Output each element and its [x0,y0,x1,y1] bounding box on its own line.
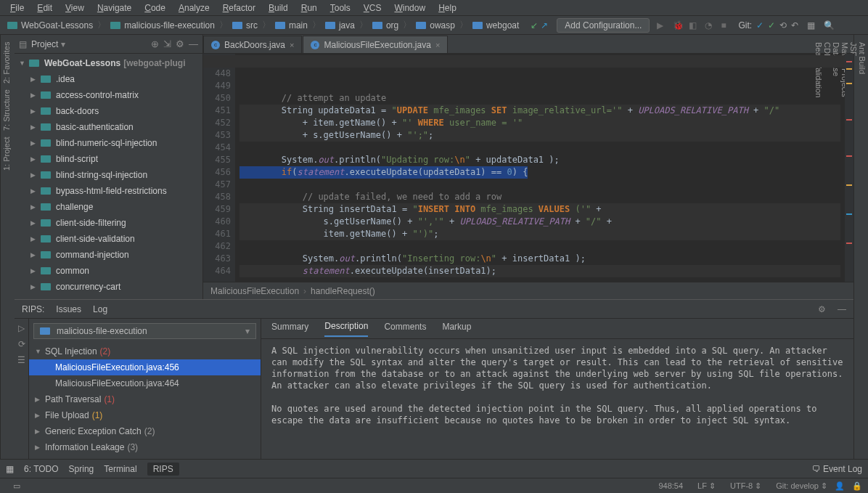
issue-file[interactable]: MaliciousFileExecution.java:464 [29,375,261,391]
rips-description-body: A SQL injection vulnerability occurs whe… [261,339,853,459]
git-commit-icon[interactable]: ✓ [768,20,775,30]
tree-item[interactable]: ▶client-side-validation [15,231,202,247]
status-processes-icon[interactable]: ▭ [13,481,20,491]
tree-item[interactable]: ▶blind-script [15,151,202,167]
event-log-button[interactable]: 🗨 Event Log [812,464,862,474]
menu-file[interactable]: File [4,1,30,15]
desc-tab-markup[interactable]: Markup [442,322,471,336]
git-update-icon[interactable]: ✓ [756,20,763,30]
bottom-tool-spring[interactable]: Spring [69,464,94,474]
debug-icon[interactable]: 🐞 [673,20,683,30]
run-config-selector[interactable]: Add Configuration... [557,18,650,33]
bottom-tool-rips[interactable]: RIPS [147,463,179,476]
tool-window-quick-access-icon[interactable]: ▦ [6,464,14,474]
close-tab-icon[interactable]: × [290,41,294,49]
status-inspection-icon[interactable]: 👤 [835,481,845,491]
editor-tab[interactable]: cBackDoors.java× [203,36,302,53]
breadcrumb-item[interactable]: org [369,20,401,31]
issue-file[interactable]: MaliciousFileExecution.java:456 [29,359,261,375]
rips-label: RIPS: [22,304,44,314]
breadcrumb-item[interactable]: main [272,20,311,31]
status-git-branch[interactable]: Git: develop ⇕ [769,481,827,491]
right-tool-ant-build[interactable]: Ant Build [858,42,867,452]
tree-item[interactable]: ▶basic-authentication [15,119,202,135]
code-area[interactable]: Statement statement = connection.createS… [235,54,845,282]
tree-item[interactable]: ▶blind-numeric-sql-injection [15,135,202,151]
project-view-selector[interactable]: Project ▾ [31,39,147,49]
menu-analyze[interactable]: Analyze [173,1,216,15]
right-tool-strip: Ant BuildJSFMaven ProjectsDatabaseCDIBea… [853,35,868,459]
menu-edit[interactable]: Edit [31,1,58,15]
menu-view[interactable]: View [60,1,90,15]
run-icon[interactable]: ▶ [657,20,667,30]
menu-navigate[interactable]: Navigate [91,1,137,15]
editor-tab[interactable]: cMaliciousFileExecution.java× [303,36,448,53]
tree-item[interactable]: ▶blind-string-sql-injection [15,167,202,183]
editor-breadcrumb[interactable]: MaliciousFileExecution›handleRequest() [203,282,853,299]
menu-code[interactable]: Code [139,1,171,15]
rips-refresh-icon[interactable]: ⟳ [18,339,25,349]
issue-category[interactable]: ▶ Path Traversal (1) [29,391,261,407]
bottom-tool----todo[interactable]: 6: TODO [24,464,59,474]
menu-refactor[interactable]: Refactor [217,1,261,15]
menu-build[interactable]: Build [263,1,294,15]
status-encoding[interactable]: UTF-8 ⇕ [723,481,761,491]
tree-item[interactable]: ▶challenge [15,199,202,215]
tree-item[interactable]: ▶common [15,263,202,279]
left-tool----project[interactable]: 1: Project [2,137,13,170]
rips-tab-log[interactable]: Log [93,304,107,314]
left-tool----favorites[interactable]: 2: Favorites [2,42,13,83]
profile-icon[interactable]: ◔ [705,20,715,30]
search-everywhere-icon[interactable]: 🔍 [824,20,835,30]
git-revert-icon[interactable]: ↶ [791,20,798,30]
collapse-all-icon[interactable]: ⇲ [163,38,171,49]
bottom-tool-terminal[interactable]: Terminal [104,464,136,474]
rips-run-icon[interactable]: ▷ [18,323,25,333]
tree-root[interactable]: ▼WebGoat-Lessons [webgoat-plugi [15,55,202,71]
issue-category[interactable]: ▼ SQL Injection (2) [29,343,261,359]
breadcrumb-item[interactable]: webgoat [470,20,522,31]
menu-tools[interactable]: Tools [324,1,356,15]
stop-icon[interactable]: ■ [721,20,731,30]
menu-vcs[interactable]: VCS [358,1,388,15]
ide-settings-icon[interactable]: ▦ [807,20,815,30]
tree-item[interactable]: ▶access-control-matrix [15,87,202,103]
tree-item[interactable]: ▶bypass-html-field-restrictions [15,183,202,199]
breadcrumb-item[interactable]: src [229,20,261,31]
tree-item[interactable]: ▶concurrency-cart [15,279,202,295]
hide-icon[interactable]: — [189,38,198,49]
close-tab-icon[interactable]: × [435,41,440,49]
settings-icon[interactable]: ⚙ [176,38,184,49]
issue-category[interactable]: ▶ Information Leakage (3) [29,439,261,455]
rips-module-selector[interactable]: malicious-file-execution ▾ [33,323,256,339]
coverage-icon[interactable]: ◧ [689,20,699,30]
issue-category[interactable]: ▶ Generic Exception Catch (2) [29,423,261,439]
breadcrumb-item[interactable]: WebGoat-Lessons [4,20,96,31]
desc-tab-summary[interactable]: Summary [271,322,308,336]
git-history-icon[interactable]: ⟲ [779,20,787,30]
editor-gutter[interactable]: 447 448 449 450 451 452 453 454 455 456 … [203,54,235,282]
vcs-up-icon[interactable]: ↙ [531,20,538,30]
issue-category[interactable]: ▶ File Upload (1) [29,407,261,423]
rips-tab-issues[interactable]: Issues [56,304,81,314]
menu-help[interactable]: Help [433,1,462,15]
status-lock-icon[interactable]: 🔒 [852,481,862,491]
tree-item[interactable]: ▶command-injection [15,247,202,263]
tree-item[interactable]: ▶back-doors [15,103,202,119]
menu-run[interactable]: Run [295,1,323,15]
vcs-down-icon[interactable]: ↗ [541,20,548,30]
tree-item[interactable]: ▶.idea [15,71,202,87]
scroll-from-source-icon[interactable]: ⊕ [151,38,159,49]
breadcrumb-item[interactable]: malicious-file-execution [107,20,218,31]
tree-item[interactable]: ▶client-side-filtering [15,215,202,231]
breadcrumb-item[interactable]: owasp [413,20,458,31]
status-line-ending[interactable]: LF ⇕ [690,481,716,491]
desc-tab-comments[interactable]: Comments [384,322,426,336]
status-caret-pos[interactable]: 948:54 [658,481,683,490]
rips-filter-icon[interactable]: ☰ [17,355,25,365]
desc-tab-description[interactable]: Description [324,321,368,337]
error-stripe[interactable] [845,54,853,282]
menu-window[interactable]: Window [388,1,431,15]
left-tool----structure[interactable]: 7: Structure [2,89,13,131]
breadcrumb-item[interactable]: java [322,20,358,31]
